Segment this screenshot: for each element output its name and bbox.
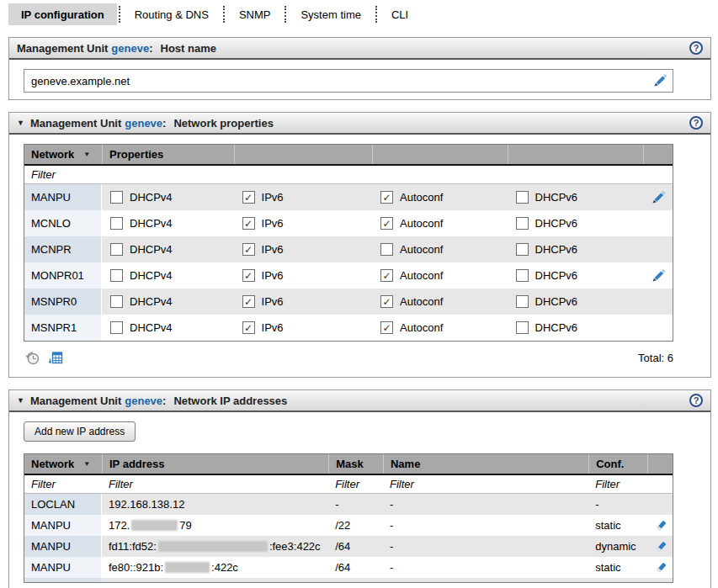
filter-cell-name[interactable]: Filter bbox=[383, 478, 588, 490]
ipv6-checkbox[interactable]: ✓ bbox=[242, 295, 255, 308]
unit-link-geneve[interactable]: geneve bbox=[111, 42, 149, 55]
network-name-cell: MCNLO bbox=[24, 210, 102, 236]
help-icon[interactable]: ? bbox=[689, 116, 703, 130]
filter-cell-network[interactable]: Filter bbox=[24, 478, 102, 490]
tab-routing-dns[interactable]: Routing & DNS bbox=[122, 3, 221, 25]
unit-link-geneve[interactable]: geneve bbox=[125, 117, 162, 130]
column-header-properties: Properties bbox=[102, 145, 234, 164]
autoconf-checkbox[interactable]: ✓ bbox=[380, 295, 393, 308]
title-colon: : bbox=[149, 42, 152, 55]
column-header-ip-address: IP address bbox=[102, 454, 328, 474]
column-header-network[interactable]: Network ▼ bbox=[24, 145, 102, 164]
collapse-icon[interactable]: ▼ bbox=[17, 397, 24, 405]
tab-ip-configuration[interactable]: IP configuration bbox=[8, 3, 117, 25]
column-header-empty bbox=[643, 145, 673, 164]
filter-cell-network[interactable]: Filter bbox=[24, 168, 102, 181]
tab-snmp[interactable]: SNMP bbox=[226, 3, 284, 25]
dhcpv4-checkbox[interactable] bbox=[110, 295, 123, 308]
table-row: MCNPRDHCPv4✓IPv6AutoconfDHCPv6 bbox=[24, 236, 673, 262]
property-cell: DHCPv6 bbox=[508, 262, 644, 289]
network-name-cell: MSNPR0 bbox=[24, 289, 102, 315]
delete-eraser-icon[interactable] bbox=[654, 540, 667, 553]
title-prefix: Management Unit bbox=[17, 42, 108, 55]
edit-cell bbox=[643, 184, 673, 210]
delete-eraser-icon[interactable] bbox=[654, 561, 667, 574]
properties-table-footer: Total: 6 bbox=[24, 342, 673, 370]
property-cell: ✓IPv6 bbox=[234, 236, 372, 262]
column-header-network[interactable]: Network ▼ bbox=[24, 454, 102, 474]
row-remainder bbox=[102, 578, 673, 582]
column-label: Network bbox=[31, 458, 74, 470]
table-row: MCNLODHCPv4✓IPv6✓AutoconfDHCPv6 bbox=[24, 210, 673, 236]
redacted-text bbox=[131, 520, 178, 531]
ipv6-checkbox[interactable]: ✓ bbox=[242, 269, 255, 282]
mask-cell: /64 bbox=[328, 536, 383, 557]
add-ip-address-button[interactable]: Add new IP address bbox=[24, 421, 136, 442]
filter-cell-conf[interactable]: Filter bbox=[588, 478, 647, 490]
property-cell: ✓IPv6 bbox=[234, 210, 372, 236]
ip-address-cell: 192.168.138.12 bbox=[102, 494, 328, 515]
property-cell: Autoconf bbox=[372, 236, 508, 262]
autoconf-checkbox[interactable]: ✓ bbox=[380, 321, 393, 334]
dhcpv6-checkbox[interactable] bbox=[516, 321, 529, 334]
hostname-input[interactable] bbox=[24, 69, 673, 93]
dhcpv6-checkbox[interactable] bbox=[516, 191, 529, 204]
tab-system-time[interactable]: System time bbox=[288, 3, 374, 25]
property-cell: ✓IPv6 bbox=[234, 315, 372, 341]
ipv6-checkbox[interactable]: ✓ bbox=[242, 191, 255, 204]
edit-cell bbox=[643, 262, 673, 289]
edit-pencil-icon[interactable] bbox=[651, 190, 666, 205]
dhcpv4-checkbox[interactable] bbox=[110, 321, 123, 334]
ipv6-checkbox[interactable]: ✓ bbox=[242, 321, 255, 334]
collapse-icon[interactable]: ▼ bbox=[17, 119, 24, 127]
tab-cli[interactable]: CLI bbox=[379, 3, 421, 25]
dhcpv6-checkbox[interactable] bbox=[516, 269, 529, 282]
ipv6-checkbox[interactable]: ✓ bbox=[242, 243, 255, 256]
network-name-cell: MANPU bbox=[24, 515, 102, 536]
autoconf-checkbox[interactable]: ✓ bbox=[380, 191, 393, 204]
column-label: Name bbox=[391, 458, 420, 470]
network-properties-table: Network ▼ Properties Filter MANPUDHCPv4✓… bbox=[24, 144, 673, 342]
filter-cell-ip-address[interactable]: Filter bbox=[102, 478, 328, 490]
export-table-icon[interactable] bbox=[46, 351, 63, 366]
delete-eraser-icon[interactable] bbox=[654, 519, 667, 532]
dhcpv6-checkbox[interactable] bbox=[516, 243, 529, 256]
dhcpv4-checkbox[interactable] bbox=[110, 191, 123, 204]
checkbox-label: Autoconf bbox=[400, 269, 443, 282]
dhcpv6-checkbox[interactable] bbox=[516, 217, 529, 230]
property-cell: ✓IPv6 bbox=[234, 289, 372, 315]
property-cell: DHCPv4 bbox=[102, 289, 234, 315]
dhcpv6-checkbox[interactable] bbox=[516, 295, 529, 308]
conf-cell: dynamic bbox=[588, 536, 647, 557]
unit-link-geneve[interactable]: geneve bbox=[125, 395, 162, 407]
help-icon[interactable]: ? bbox=[689, 41, 703, 55]
help-icon[interactable]: ? bbox=[689, 394, 703, 407]
title-section: Host name bbox=[161, 42, 216, 55]
dhcpv4-checkbox[interactable] bbox=[110, 269, 123, 282]
conf-cell: - bbox=[588, 494, 647, 515]
ipv6-checkbox[interactable]: ✓ bbox=[242, 217, 255, 230]
auto-refresh-icon[interactable] bbox=[24, 349, 42, 366]
edit-cell bbox=[643, 289, 673, 315]
total-count: Total: 6 bbox=[638, 352, 673, 364]
property-cell: ✓Autoconf bbox=[372, 289, 508, 315]
title-section: Network properties bbox=[173, 117, 273, 130]
redacted-text bbox=[165, 562, 210, 573]
network-name-cell: MONPR01 bbox=[24, 262, 102, 289]
network-name-cell: MANPU bbox=[24, 536, 102, 557]
edit-pencil-icon[interactable] bbox=[652, 73, 667, 91]
tab-bar: IP configurationRouting & DNSSNMPSystem … bbox=[8, 3, 718, 25]
dhcpv4-checkbox[interactable] bbox=[110, 243, 123, 256]
filter-cell-mask[interactable]: Filter bbox=[328, 478, 383, 490]
autoconf-checkbox[interactable] bbox=[380, 243, 393, 256]
edit-pencil-icon[interactable] bbox=[651, 268, 666, 283]
autoconf-checkbox[interactable]: ✓ bbox=[380, 269, 393, 282]
autoconf-checkbox[interactable]: ✓ bbox=[380, 217, 393, 230]
ip-address-cell: fd11:fd52::fee3:422c bbox=[102, 536, 328, 557]
column-header-empty bbox=[508, 145, 644, 164]
checkbox-label: Autoconf bbox=[400, 243, 443, 256]
title-prefix: Management Unit bbox=[30, 117, 121, 130]
edit-cell bbox=[643, 236, 673, 262]
checkbox-label: DHCPv6 bbox=[535, 191, 578, 204]
dhcpv4-checkbox[interactable] bbox=[110, 217, 123, 230]
